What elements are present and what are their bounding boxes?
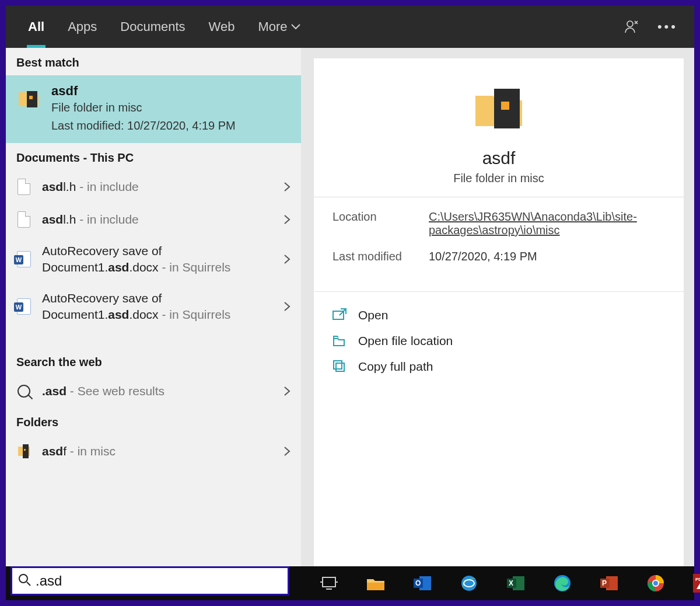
- modified-value: 10/27/2020, 4:19 PM: [429, 250, 665, 263]
- preview-sub: File folder in misc: [326, 172, 672, 185]
- folder-icon: [16, 85, 41, 110]
- svg-rect-2: [29, 96, 33, 99]
- word-icon: [16, 297, 32, 316]
- search-box[interactable]: [10, 566, 289, 595]
- chrome-icon[interactable]: [645, 573, 666, 594]
- svg-text:X: X: [509, 579, 513, 587]
- svg-text:PDF: PDF: [695, 577, 700, 582]
- action-copy-path[interactable]: Copy full path: [332, 354, 665, 379]
- file-explorer-icon[interactable]: [365, 573, 386, 594]
- ie-icon[interactable]: [459, 573, 480, 594]
- best-match-item[interactable]: asdf File folder in misc Last modified: …: [6, 75, 301, 143]
- search-input[interactable]: [36, 573, 282, 589]
- svg-text:P: P: [602, 579, 607, 587]
- outlook-icon[interactable]: O: [412, 573, 433, 594]
- chevron-right-icon: [284, 301, 290, 312]
- file-icon: [16, 210, 32, 229]
- best-match-heading: Best match: [6, 48, 301, 75]
- documents-heading: Documents - This PC: [6, 143, 301, 170]
- svg-point-30: [19, 574, 27, 583]
- svg-rect-10: [334, 361, 342, 369]
- tab-apps[interactable]: Apps: [56, 6, 108, 48]
- open-icon: [332, 308, 346, 322]
- task-view-icon[interactable]: [318, 573, 340, 594]
- document-result[interactable]: AutoRecovery save ofDocument1.asd.docx -…: [6, 283, 301, 330]
- tab-more[interactable]: More: [246, 6, 312, 48]
- action-open[interactable]: Open: [332, 302, 665, 328]
- search-icon: [16, 382, 32, 400]
- search-tabs: All Apps Documents Web More •••: [6, 6, 694, 48]
- excel-icon[interactable]: X: [505, 573, 526, 594]
- svg-text:O: O: [415, 579, 421, 587]
- action-open-location[interactable]: Open file location: [332, 328, 665, 354]
- results-panel: Best match asdf File folder in misc Last…: [6, 48, 301, 566]
- location-link[interactable]: C:\Users\JR635WN\Anaconda3\Lib\site-pack…: [429, 210, 665, 237]
- svg-point-0: [627, 21, 633, 27]
- svg-rect-12: [367, 583, 384, 590]
- chevron-right-icon: [284, 254, 290, 264]
- pdf-icon[interactable]: PDF: [692, 573, 700, 594]
- modified-label: Last modified: [332, 250, 429, 263]
- chevron-right-icon: [284, 386, 290, 396]
- folder-result[interactable]: asdf - in misc: [6, 435, 301, 468]
- svg-rect-11: [323, 577, 335, 587]
- search-web-heading: Search the web: [6, 347, 301, 375]
- search-icon: [18, 573, 31, 588]
- chevron-right-icon: [284, 214, 290, 225]
- best-match-modified: Last modified: 10/27/2020, 4:19 PM: [51, 119, 236, 133]
- document-result[interactable]: asdl.h - in include: [6, 170, 301, 203]
- svg-rect-9: [336, 363, 344, 371]
- folder-icon-large: [471, 79, 527, 138]
- tab-web[interactable]: Web: [197, 6, 247, 48]
- tab-all[interactable]: All: [16, 6, 56, 48]
- best-match-title: asdf: [51, 83, 236, 99]
- tab-documents[interactable]: Documents: [108, 6, 197, 48]
- folders-heading: Folders: [6, 408, 301, 435]
- powerpoint-icon[interactable]: P: [598, 573, 620, 594]
- chevron-right-icon: [284, 446, 290, 457]
- preview-name: asdf: [326, 148, 672, 168]
- svg-rect-7: [501, 102, 509, 110]
- chevron-down-icon: [291, 24, 300, 30]
- svg-rect-5: [24, 449, 26, 451]
- file-icon: [16, 177, 32, 196]
- document-result[interactable]: AutoRecovery save ofDocument1.asd.docx -…: [6, 236, 301, 283]
- web-result[interactable]: .asd - See web results: [6, 375, 301, 408]
- more-options-icon[interactable]: •••: [657, 19, 678, 34]
- preview-panel: asdf File folder in misc Location C:\Use…: [301, 48, 694, 566]
- word-icon: [16, 250, 32, 269]
- svg-point-27: [653, 581, 658, 586]
- best-match-sub: File folder in misc: [51, 101, 236, 114]
- feedback-icon[interactable]: [624, 19, 640, 35]
- copy-icon: [332, 360, 346, 374]
- document-result[interactable]: asdl.h - in include: [6, 203, 301, 236]
- chevron-right-icon: [284, 182, 290, 192]
- edge-icon[interactable]: [552, 573, 573, 594]
- svg-rect-4: [23, 444, 29, 458]
- folder-open-icon: [332, 334, 346, 348]
- folder-icon: [16, 442, 32, 461]
- location-label: Location: [332, 210, 429, 237]
